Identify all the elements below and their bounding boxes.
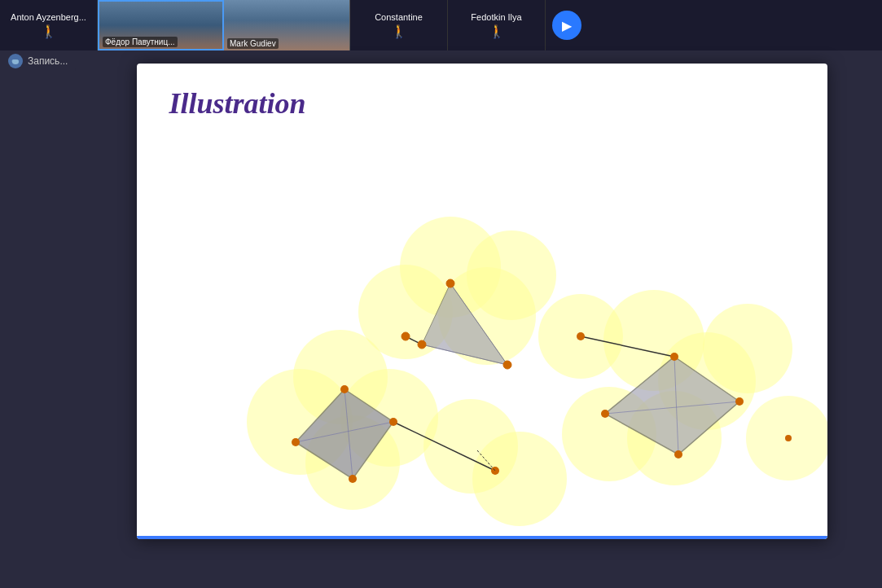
participant-constantine: Constantine 🚶 (350, 0, 448, 50)
cloud-icon (11, 57, 20, 65)
svg-point-26 (503, 361, 511, 369)
svg-point-18 (472, 432, 567, 526)
svg-point-34 (674, 450, 682, 459)
svg-point-42 (340, 385, 349, 393)
svg-point-36 (577, 332, 585, 340)
arrow-right-icon: ▶ (562, 18, 572, 33)
participant-name-mark: Mark Gudiev (227, 38, 279, 49)
svg-point-32 (670, 353, 678, 361)
svg-point-1 (12, 59, 16, 63)
bottom-bar (137, 536, 827, 539)
svg-point-35 (601, 410, 609, 418)
next-participants-button[interactable]: ▶ (552, 11, 581, 40)
svg-point-27 (402, 332, 410, 340)
participant-name-fedor: Фёдор Павутниц... (103, 37, 178, 47)
svg-point-45 (292, 438, 300, 446)
participant-anton: Anton Ayzenberg... 🚶 (0, 0, 98, 50)
participant-icon-fedotkin: 🚶 (489, 24, 505, 39)
participant-icon-anton: 🚶 (41, 24, 57, 39)
svg-point-43 (389, 418, 397, 426)
svg-point-24 (446, 279, 454, 287)
main-content: Illustration (0, 50, 882, 588)
top-bar: Anton Ayzenberg... 🚶 Фёдор Павутниц... M… (0, 0, 882, 50)
recording-bar: Запись... (0, 50, 76, 72)
svg-point-12 (703, 304, 792, 393)
recording-dot-icon (8, 54, 23, 68)
svg-point-33 (735, 397, 744, 406)
participant-icon-constantine: 🚶 (391, 24, 407, 39)
recording-text: Запись... (28, 55, 68, 67)
participant-fedotkin: Fedotkin Ilya 🚶 (448, 0, 546, 50)
participant-name-constantine: Constantine (375, 12, 423, 22)
svg-point-25 (418, 340, 426, 349)
participant-name-fedotkin: Fedotkin Ilya (471, 12, 521, 22)
participant-mark: Mark Gudiev (224, 0, 350, 50)
slide-container: Illustration (137, 64, 827, 539)
svg-point-44 (349, 475, 357, 483)
participant-name-anton: Anton Ayzenberg... (11, 12, 86, 22)
svg-point-6 (467, 230, 556, 320)
illustration-svg (137, 64, 827, 539)
svg-point-2 (15, 59, 19, 63)
svg-point-46 (785, 435, 792, 441)
participant-fedor: Фёдор Павутниц... (98, 0, 224, 50)
